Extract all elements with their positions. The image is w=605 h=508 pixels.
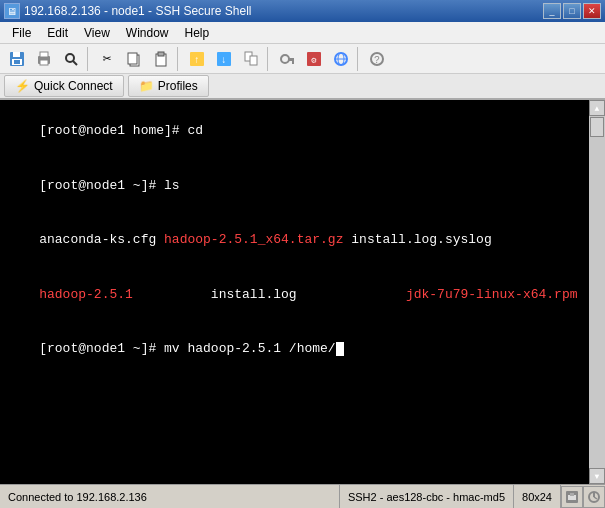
svg-text:?: ? xyxy=(374,55,380,66)
nav-bar: ⚡ Quick Connect 📁 Profiles xyxy=(0,74,605,100)
close-button[interactable]: ✕ xyxy=(583,3,601,19)
quick-connect-button[interactable]: ⚡ Quick Connect xyxy=(4,75,124,97)
toolbar-sep-4 xyxy=(357,47,361,71)
terminal-line-5: [root@node1 ~]# mv hadoop-2.5.1 /home/ xyxy=(8,322,597,377)
terminal-line-2: [root@node1 ~]# ls xyxy=(8,159,597,214)
toolbar: ✂ ↑ ↓ ⚙ ? xyxy=(0,44,605,74)
svg-rect-5 xyxy=(40,52,48,57)
status-bar: Connected to 192.168.2.136 SSH2 - aes128… xyxy=(0,484,605,508)
svg-rect-20 xyxy=(288,58,294,61)
profiles-label: Profiles xyxy=(158,79,198,93)
menu-edit[interactable]: Edit xyxy=(39,22,76,43)
upload-button[interactable]: ↑ xyxy=(184,47,210,71)
menu-view[interactable]: View xyxy=(76,22,118,43)
svg-rect-3 xyxy=(14,60,20,64)
svg-rect-10 xyxy=(128,53,137,64)
terminal-line-3: anaconda-ks.cfg hadoop-2.5.1_x64.tar.gz … xyxy=(8,213,597,268)
svg-rect-1 xyxy=(13,52,20,57)
menu-bar: File Edit View Window Help xyxy=(0,22,605,44)
quick-connect-icon: ⚡ xyxy=(15,79,30,93)
svg-rect-31 xyxy=(570,493,574,496)
ls-output-1a: anaconda-ks.cfg xyxy=(39,232,164,247)
terminal-cursor xyxy=(336,342,344,356)
svg-rect-6 xyxy=(40,60,48,65)
scroll-down-arrow[interactable]: ▼ xyxy=(589,468,605,484)
connection-status: Connected to 192.168.2.136 xyxy=(0,485,340,508)
find-button[interactable] xyxy=(58,47,84,71)
keygen-button[interactable] xyxy=(274,47,300,71)
download-button[interactable]: ↓ xyxy=(211,47,237,71)
app-icon: 🖥 xyxy=(4,3,20,19)
profiles-icon: 📁 xyxy=(139,79,154,93)
prompt-2: [root@node1 ~]# ls xyxy=(39,178,179,193)
title-bar: 🖥 192.168.2.136 - node1 - SSH Secure She… xyxy=(0,0,605,22)
svg-rect-21 xyxy=(292,61,294,64)
title-bar-left: 🖥 192.168.2.136 - node1 - SSH Secure She… xyxy=(4,3,251,19)
ls-output-1c: install.log.syslog xyxy=(343,232,491,247)
terminal[interactable]: [root@node1 home]# cd [root@node1 ~]# ls… xyxy=(0,100,605,484)
minimize-button[interactable]: _ xyxy=(543,3,561,19)
size-status: 80x24 xyxy=(514,485,561,508)
menu-file[interactable]: File xyxy=(4,22,39,43)
save-button[interactable] xyxy=(4,47,30,71)
title-bar-controls[interactable]: _ □ ✕ xyxy=(543,3,601,19)
status-icon-2[interactable] xyxy=(583,486,605,508)
paste-button[interactable] xyxy=(148,47,174,71)
ls-output-1b: hadoop-2.5.1_x64.tar.gz xyxy=(164,232,343,247)
scroll-thumb[interactable] xyxy=(590,117,604,137)
help-button[interactable]: ? xyxy=(364,47,390,71)
print-button[interactable] xyxy=(31,47,57,71)
toolbar-sep-1 xyxy=(87,47,91,71)
maximize-button[interactable]: □ xyxy=(563,3,581,19)
quick-connect-label: Quick Connect xyxy=(34,79,113,93)
scroll-track[interactable] xyxy=(589,116,605,468)
window-title: 192.168.2.136 - node1 - SSH Secure Shell xyxy=(24,4,251,18)
svg-rect-18 xyxy=(250,56,257,65)
svg-text:↓: ↓ xyxy=(221,55,227,66)
terminal-line-4: hadoop-2.5.1 install.log jdk-7u79-linux-… xyxy=(8,268,597,323)
toolbar-sep-2 xyxy=(177,47,181,71)
svg-text:⚙: ⚙ xyxy=(310,56,317,66)
ls-output-2a: hadoop-2.5.1 xyxy=(39,287,133,302)
ls-output-2c: jdk-7u79-linux-x64.rpm xyxy=(406,287,578,302)
svg-line-8 xyxy=(73,61,77,65)
globe-button[interactable] xyxy=(328,47,354,71)
settings-button[interactable]: ⚙ xyxy=(301,47,327,71)
cut-button[interactable]: ✂ xyxy=(94,47,120,71)
terminal-scrollbar[interactable]: ▲ ▼ xyxy=(589,100,605,484)
prompt-1: [root@node1 home]# cd xyxy=(39,123,203,138)
status-icon-1[interactable] xyxy=(561,486,583,508)
svg-text:↑: ↑ xyxy=(194,55,200,66)
scroll-up-arrow[interactable]: ▲ xyxy=(589,100,605,116)
menu-help[interactable]: Help xyxy=(177,22,218,43)
toolbar-sep-3 xyxy=(267,47,271,71)
terminal-line-1: [root@node1 home]# cd xyxy=(8,104,597,159)
prompt-5: [root@node1 ~]# mv hadoop-2.5.1 /home/ xyxy=(39,341,335,356)
encryption-status: SSH2 - aes128-cbc - hmac-md5 xyxy=(340,485,514,508)
svg-line-34 xyxy=(594,497,597,499)
menu-window[interactable]: Window xyxy=(118,22,177,43)
svg-point-7 xyxy=(66,54,74,62)
profiles-button[interactable]: 📁 Profiles xyxy=(128,75,209,97)
svg-point-19 xyxy=(281,55,289,63)
copy-button[interactable] xyxy=(121,47,147,71)
ls-output-2b: install.log xyxy=(133,287,406,302)
files-button[interactable] xyxy=(238,47,264,71)
svg-rect-12 xyxy=(158,52,164,56)
